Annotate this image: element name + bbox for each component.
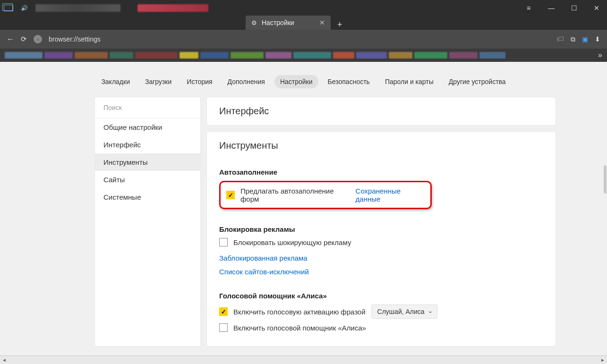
blurred-region [135,52,178,59]
close-button[interactable]: ✕ [590,4,603,12]
sidebar-search-input[interactable]: Поиск [95,97,200,119]
new-tab-button[interactable]: + [331,20,349,30]
alisa-enable-checkbox[interactable] [219,323,228,332]
blurred-region [333,52,354,59]
blurred-region [293,52,331,59]
bookmarks-overflow-icon[interactable]: » [598,51,602,59]
panel-interface: Интерфейс [206,97,556,126]
tab-title: Настройки [262,19,294,26]
topnav-addons[interactable]: Дополнения [222,75,271,88]
windows-overview-icon[interactable] [4,5,13,11]
blurred-region [44,52,73,59]
maximize-button[interactable]: ☐ [567,4,581,12]
blurred-region [35,4,120,12]
tab-settings[interactable]: ⚙ Настройки ✕ [246,16,331,30]
sidebar-item-system[interactable]: Системные [95,188,200,206]
blurred-region [356,52,387,59]
panel-interface-title: Интерфейс [207,97,556,125]
site-identity-icon[interactable]: ○ [34,35,42,43]
menu-icon[interactable]: ≡ [522,4,535,12]
blurred-region [180,52,198,59]
sidebar-item-tools[interactable]: Инструменты [95,153,200,171]
gear-icon: ⚙ [251,19,257,26]
alisa-activation-checkbox[interactable] [219,307,228,316]
sidebar-item-general[interactable]: Общие настройки [95,119,200,136]
scroll-right-icon[interactable]: ► [598,357,607,363]
topnav-devices[interactable]: Другие устройства [443,75,512,88]
sound-icon[interactable]: 🔊 [21,5,28,11]
alisa-section-title: Голосовой помощник «Алиса» [219,292,543,300]
autofill-section-title: Автозаполнение [219,168,543,176]
minimize-button[interactable]: — [545,4,558,12]
blocked-ads-link[interactable]: Заблокированная реклама [219,254,308,262]
autofill-checkbox[interactable] [226,191,235,199]
vertical-scrollbar[interactable] [604,165,607,194]
topnav-downloads[interactable]: Загрузки [139,75,177,88]
topnav-history[interactable]: История [181,75,218,88]
panel-tools-title: Инструменты [207,132,556,160]
blurred-region [110,52,133,59]
topnav-settings[interactable]: Настройки [274,75,318,88]
blurred-region [449,52,478,59]
topnav-security[interactable]: Безопасность [322,75,376,88]
alisa-phrase-dropdown[interactable]: Слушай, Алиса [371,305,437,319]
blurred-region [479,52,505,59]
saved-data-link[interactable]: Сохраненные данные [356,187,425,203]
scroll-left-icon[interactable]: ◄ [0,357,9,363]
extension-icon[interactable]: ▣ [582,35,588,43]
alisa-enable-label: Включить голосовой помощник «Алиса» [233,324,366,332]
blurred-region [265,52,291,59]
reload-button[interactable]: ⟳ [21,35,27,43]
autofill-checkbox-label: Предлагать автозаполнение форм [240,187,350,203]
settings-main: Интерфейс Инструменты Автозаполнение Пре… [206,97,556,347]
back-button[interactable]: ← [7,35,14,43]
blurred-region [137,4,208,12]
highlight-annotation: Предлагать автозаполнение форм Сохраненн… [219,181,432,209]
content-area: Закладки Загрузки История Дополнения Нас… [0,62,607,356]
blurred-region [5,52,43,59]
blurred-region [231,52,264,59]
url-field[interactable]: browser://settings [49,35,550,43]
blurred-region [200,52,229,59]
topnav-bookmarks[interactable]: Закладки [95,75,136,88]
adblock-section-title: Блокировка рекламы [219,225,543,233]
adblock-shocking-label: Блокировать шокирующую рекламу [233,238,351,246]
blurred-region [389,52,412,59]
downloads-icon[interactable]: ⬇ [595,35,600,43]
blurred-region [75,52,108,59]
bookmark-icon[interactable]: 🏷 [556,35,564,43]
sidebar-item-sites[interactable]: Сайты [95,171,200,188]
horizontal-scrollbar[interactable]: ◄ ► [0,356,607,364]
address-bar: ← ⟳ ○ browser://settings 🏷 ⧉ ▣ ⬇ [0,30,607,49]
topnav-passwords[interactable]: Пароли и карты [379,75,439,88]
bookmarks-bar: » [0,49,607,62]
settings-sidebar: Поиск Общие настройки Интерфейс Инструме… [94,97,201,347]
sidebar-item-interface[interactable]: Интерфейс [95,136,200,153]
alisa-activation-label: Включить голосовую активацию фразой [233,308,366,316]
blurred-region [414,52,447,59]
copy-icon[interactable]: ⧉ [571,35,575,43]
adblock-shocking-checkbox[interactable] [219,238,228,246]
window-titlebar: 🔊 ≡ — ☐ ✕ [0,0,607,16]
panel-tools: Инструменты Автозаполнение Предлагать ав… [206,131,556,347]
exception-sites-link[interactable]: Список сайтов-исключений [219,268,309,276]
scrollbar-track[interactable] [9,356,598,364]
tab-bar: ⚙ Настройки ✕ + [0,16,607,30]
tab-close-icon[interactable]: ✕ [319,19,325,26]
settings-top-nav: Закладки Загрузки История Дополнения Нас… [0,62,607,97]
